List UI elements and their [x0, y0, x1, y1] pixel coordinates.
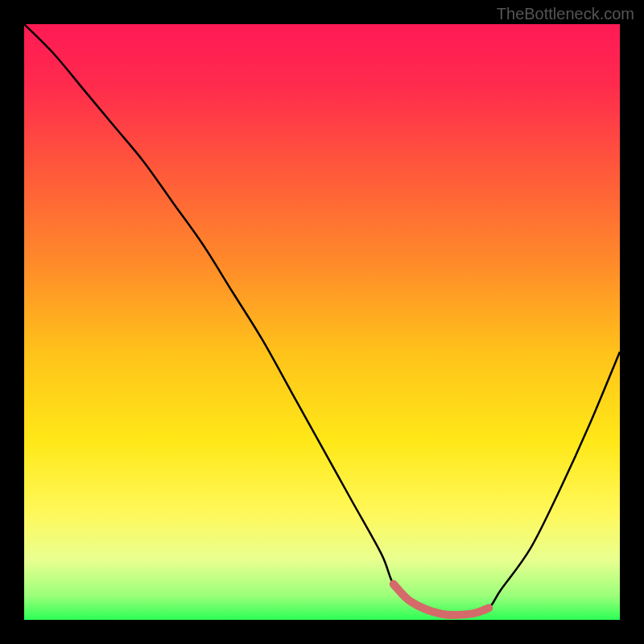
- gradient-background: [24, 24, 620, 620]
- chart-svg: [24, 24, 620, 620]
- watermark-text: TheBottleneck.com: [497, 5, 634, 23]
- plot-area: [24, 24, 620, 620]
- chart-container: TheBottleneck.com: [0, 0, 644, 644]
